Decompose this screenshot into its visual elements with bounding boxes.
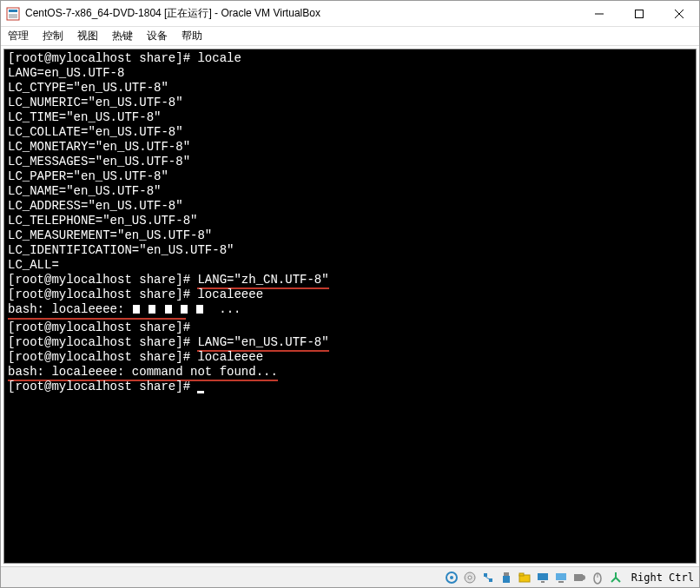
close-button[interactable]: [659, 1, 699, 26]
svg-rect-14: [504, 572, 509, 576]
terminal-line: LC_NAME="en_US.UTF-8": [8, 184, 692, 199]
maximize-button[interactable]: [619, 1, 659, 26]
disc-icon[interactable]: [444, 571, 459, 585]
terminal-line: LC_MONETARY="en_US.UTF-8": [8, 140, 692, 155]
terminal-line: [root@mylocalhost share]# locale: [8, 51, 692, 66]
terminal-line: LC_TIME="en_US.UTF-8": [8, 110, 692, 125]
terminal-line: LC_CTYPE="en_US.UTF-8": [8, 81, 692, 96]
svg-rect-2: [9, 14, 17, 18]
svg-rect-21: [558, 581, 564, 583]
terminal-line: LC_IDENTIFICATION="en_US.UTF-8": [8, 243, 692, 258]
app-icon: [6, 7, 20, 21]
terminal-line: LC_TELEPHONE="en_US.UTF-8": [8, 214, 692, 228]
svg-point-23: [580, 575, 585, 580]
terminal-line: LC_MESSAGES="en_US.UTF-8": [8, 155, 692, 169]
menubar: 管理 控制 视图 热键 设备 帮助: [1, 27, 699, 46]
display-icon[interactable]: [535, 571, 551, 585]
window-controls: [579, 1, 699, 26]
terminal-line: [root@mylocalhost share]# localeeee: [8, 350, 692, 365]
terminal-line: LC_PAPER="en_US.UTF-8": [8, 169, 692, 184]
terminal-line: [root@mylocalhost share]#: [8, 320, 692, 335]
terminal-line: [root@mylocalhost share]# localeeee: [8, 287, 692, 302]
terminal-line: LC_COLLATE="en_US.UTF-8": [8, 125, 692, 140]
cd-icon[interactable]: [462, 571, 478, 585]
terminal-line: LC_MEASUREMENT="en_US.UTF-8": [8, 228, 692, 243]
virtualbox-window: CentOS-7-x86_64-DVD-1804 [正在运行] - Oracle…: [0, 0, 700, 588]
statusbar: Right Ctrl: [1, 566, 699, 587]
menu-devices[interactable]: 设备: [147, 29, 168, 43]
svg-rect-18: [538, 573, 548, 580]
menu-help[interactable]: 帮助: [182, 29, 202, 43]
menu-hotkeys[interactable]: 热键: [112, 29, 133, 43]
svg-point-8: [450, 576, 453, 579]
terminal-line: bash: localeeee: command not found...: [8, 365, 692, 380]
titlebar[interactable]: CentOS-7-x86_64-DVD-1804 [正在运行] - Oracle…: [1, 1, 699, 27]
network-icon[interactable]: [480, 571, 496, 585]
usb-icon[interactable]: [499, 571, 514, 585]
svg-rect-15: [503, 576, 510, 583]
terminal-line: [root@mylocalhost share]#: [8, 380, 692, 394]
svg-rect-4: [636, 10, 644, 17]
menu-control[interactable]: 控制: [43, 29, 63, 43]
svg-rect-20: [556, 573, 566, 580]
keyboard-icon[interactable]: [608, 571, 624, 585]
record-icon[interactable]: [571, 571, 587, 585]
terminal-line: [root@mylocalhost share]# LANG="en_US.UT…: [8, 335, 692, 350]
shared-folder-icon[interactable]: [517, 571, 532, 585]
terminal-line: LC_ADDRESS="en_US.UTF-8": [8, 199, 692, 214]
terminal-line: LC_ALL=: [8, 258, 692, 273]
terminal-line: LC_NUMERIC="en_US.UTF-8": [8, 96, 692, 110]
svg-point-10: [468, 576, 472, 579]
menu-view[interactable]: 视图: [77, 29, 98, 43]
minimize-button[interactable]: [579, 1, 619, 26]
terminal-line: LANG=en_US.UTF-8: [8, 66, 692, 81]
audio-icon[interactable]: [553, 571, 569, 585]
terminal-line: [root@mylocalhost share]# LANG="zh_CN.UT…: [8, 273, 692, 287]
window-title: CentOS-7-x86_64-DVD-1804 [正在运行] - Oracle…: [25, 6, 579, 21]
menu-manage[interactable]: 管理: [8, 29, 29, 43]
svg-rect-17: [519, 573, 524, 576]
terminal[interactable]: [root@mylocalhost share]# localeLANG=en_…: [3, 49, 697, 564]
terminal-line: bash: localeeee: ...: [8, 302, 692, 317]
svg-rect-1: [9, 10, 17, 12]
svg-rect-19: [541, 581, 545, 583]
svg-rect-11: [484, 573, 487, 577]
host-key-indicator: Right Ctrl: [631, 571, 694, 584]
mouse-icon[interactable]: [590, 571, 605, 585]
